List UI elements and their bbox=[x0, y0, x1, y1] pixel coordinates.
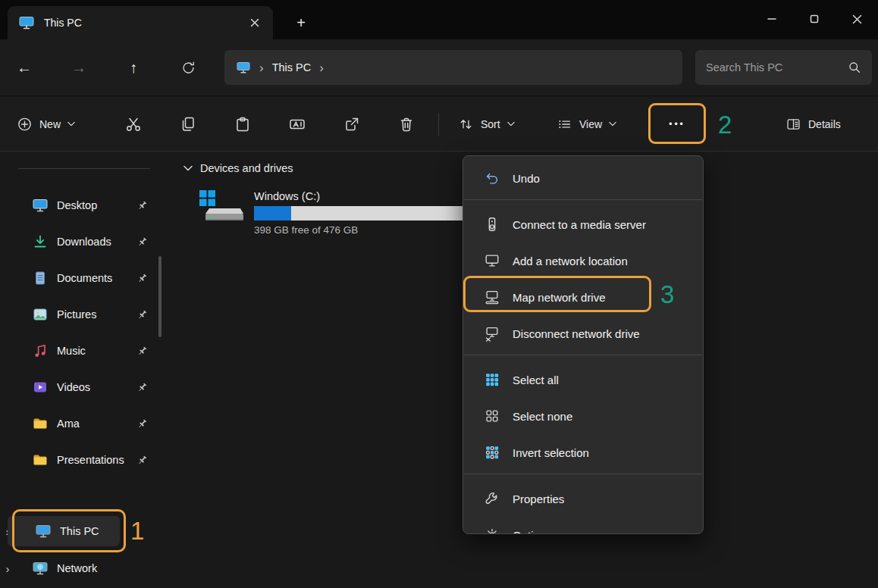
pin-icon bbox=[136, 272, 149, 285]
folder-icon bbox=[32, 415, 49, 432]
close-button[interactable] bbox=[836, 0, 878, 38]
drive-name: Windows (C:) bbox=[254, 190, 481, 202]
plus-circle-icon bbox=[17, 116, 33, 132]
see-more-button[interactable]: ••• bbox=[651, 106, 704, 142]
menu-item-connect-media-server[interactable]: Connect to a media server bbox=[463, 206, 703, 242]
menu-item-select-all[interactable]: Select all bbox=[463, 361, 703, 398]
menu-divider bbox=[464, 355, 702, 355]
menu-item-select-none[interactable]: Select none bbox=[463, 398, 703, 434]
menu-item-label: Options bbox=[513, 529, 552, 535]
view-icon bbox=[557, 116, 572, 132]
sidebar-item-music[interactable]: Music bbox=[5, 336, 155, 366]
drive-usage-text: 398 GB free of 476 GB bbox=[254, 224, 481, 236]
menu-item-label: Invert selection bbox=[513, 446, 589, 459]
sidebar-scrollbar[interactable] bbox=[158, 256, 161, 337]
search-input[interactable]: Search This PC bbox=[695, 50, 872, 85]
this-pc-icon bbox=[236, 60, 251, 75]
navigation-pane: Desktop Downloads Documents Pictures bbox=[0, 152, 162, 588]
map-network-drive-icon bbox=[483, 289, 501, 305]
sidebar-item-label: Pictures bbox=[57, 308, 127, 321]
pin-icon bbox=[136, 345, 149, 358]
new-button[interactable]: New bbox=[11, 111, 81, 137]
sidebar-item-ama[interactable]: Ama bbox=[5, 408, 155, 439]
chevron-down-icon bbox=[67, 122, 75, 127]
view-button-label: View bbox=[579, 118, 602, 130]
menu-item-add-network-location[interactable]: Add a network location bbox=[463, 242, 703, 279]
pin-icon bbox=[136, 199, 149, 212]
pin-icon bbox=[136, 381, 149, 394]
see-more-menu: Undo Connect to a media server Add a net… bbox=[463, 155, 704, 534]
tab-this-pc[interactable]: This PC bbox=[8, 6, 273, 39]
drive-usage-fill bbox=[254, 206, 291, 220]
menu-divider bbox=[464, 474, 702, 474]
search-placeholder: Search This PC bbox=[706, 61, 782, 74]
paste-button[interactable] bbox=[227, 109, 259, 139]
menu-item-map-network-drive[interactable]: Map network drive bbox=[463, 279, 703, 315]
breadcrumb-this-pc[interactable]: This PC bbox=[272, 61, 312, 74]
sidebar-item-videos[interactable]: Videos bbox=[5, 372, 155, 402]
menu-item-label: Undo bbox=[513, 172, 540, 185]
menu-divider bbox=[464, 199, 702, 200]
pin-icon bbox=[136, 236, 149, 249]
sidebar-item-this-pc[interactable]: This PC bbox=[8, 516, 120, 546]
sidebar-item-documents[interactable]: Documents bbox=[5, 263, 155, 293]
chevron-down-icon bbox=[609, 122, 616, 127]
new-button-label: New bbox=[39, 118, 61, 130]
section-devices-and-drives[interactable]: Devices and drives bbox=[183, 162, 293, 174]
view-button[interactable]: View bbox=[550, 111, 622, 137]
pin-icon bbox=[136, 454, 149, 467]
menu-item-label: Map network drive bbox=[513, 291, 606, 304]
properties-icon bbox=[483, 490, 501, 507]
sidebar-item-label: Ama bbox=[57, 418, 127, 430]
sidebar-item-desktop[interactable]: Desktop bbox=[5, 190, 155, 220]
menu-item-invert-selection[interactable]: Invert selection bbox=[463, 434, 703, 471]
minimize-button[interactable] bbox=[751, 0, 793, 38]
this-pc-icon bbox=[35, 523, 52, 540]
see-more-dots-icon: ••• bbox=[669, 119, 685, 130]
select-all-icon bbox=[483, 371, 501, 388]
breadcrumb[interactable]: › This PC › bbox=[224, 50, 682, 85]
new-tab-button[interactable]: + bbox=[290, 12, 312, 33]
sidebar-item-label: Music bbox=[57, 345, 127, 357]
sort-icon bbox=[458, 116, 474, 132]
options-icon bbox=[483, 527, 501, 534]
maximize-button[interactable] bbox=[793, 0, 836, 38]
pin-icon bbox=[136, 418, 149, 430]
file-explorer-window: This PC + ← → ↑ bbox=[0, 0, 878, 588]
menu-item-disconnect-network-drive[interactable]: Disconnect network drive bbox=[463, 315, 703, 352]
up-button[interactable]: ↑ bbox=[119, 53, 148, 82]
refresh-button[interactable] bbox=[174, 53, 202, 82]
select-none-icon bbox=[483, 408, 501, 424]
menu-item-undo[interactable]: Undo bbox=[463, 160, 703, 196]
share-button[interactable] bbox=[336, 109, 368, 139]
rename-button[interactable] bbox=[281, 109, 313, 139]
forward-button[interactable]: → bbox=[64, 53, 93, 82]
media-server-icon bbox=[483, 216, 501, 233]
tab-title: This PC bbox=[44, 17, 235, 29]
sort-button[interactable]: Sort bbox=[452, 111, 521, 137]
sidebar-item-presentations[interactable]: Presentations bbox=[5, 445, 155, 475]
sidebar-item-pictures[interactable]: Pictures bbox=[5, 299, 155, 330]
network-icon bbox=[32, 560, 49, 577]
menu-item-options[interactable]: Options bbox=[463, 517, 703, 534]
sidebar-item-label: Videos bbox=[57, 381, 127, 393]
titlebar: This PC + bbox=[0, 0, 878, 39]
sidebar-item-downloads[interactable]: Downloads bbox=[5, 227, 155, 257]
delete-button[interactable] bbox=[390, 109, 422, 139]
sidebar-item-network[interactable]: Network bbox=[5, 553, 155, 583]
folder-icon bbox=[32, 452, 49, 468]
add-network-location-icon bbox=[483, 252, 501, 269]
back-button[interactable]: ← bbox=[10, 53, 39, 82]
menu-item-properties[interactable]: Properties bbox=[463, 480, 703, 517]
chevron-down-icon bbox=[507, 122, 515, 127]
search-icon bbox=[848, 61, 861, 74]
menu-item-label: Connect to a media server bbox=[513, 218, 646, 231]
details-button[interactable]: Details bbox=[779, 111, 847, 137]
copy-button[interactable] bbox=[172, 109, 204, 139]
cut-button[interactable] bbox=[118, 109, 149, 139]
videos-icon bbox=[32, 379, 49, 396]
tab-close-icon[interactable] bbox=[244, 12, 265, 33]
section-title: Devices and drives bbox=[200, 162, 293, 174]
command-toolbar: New Sort bbox=[0, 97, 878, 152]
drive-windows-c[interactable]: Windows (C:) 398 GB free of 476 GB bbox=[196, 188, 481, 236]
